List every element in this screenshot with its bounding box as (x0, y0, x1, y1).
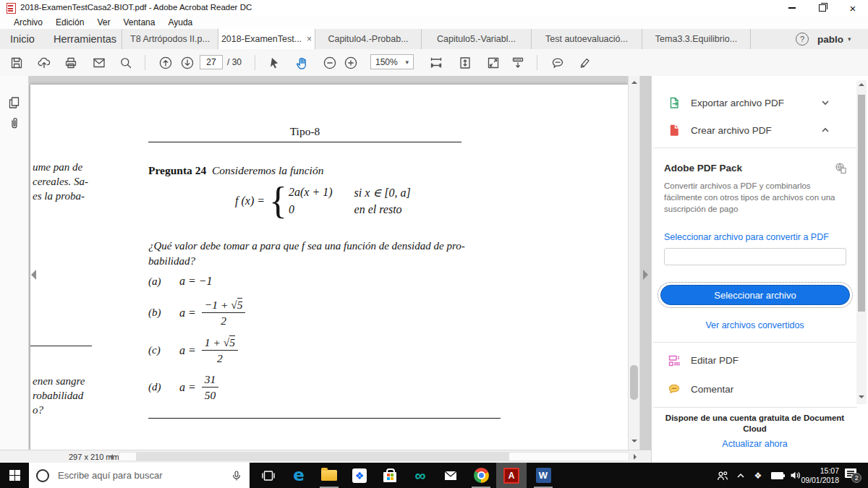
battery-tray-button[interactable] (768, 463, 786, 488)
cloud-upload-icon (37, 56, 51, 70)
dropbox-tray-button[interactable]: ❖ (751, 463, 765, 488)
chevron-up-icon[interactable] (821, 126, 830, 134)
panel-scroll-down-arrow[interactable] (859, 395, 864, 398)
task-view-button[interactable] (253, 463, 284, 488)
user-name: pablo (817, 34, 843, 45)
tab-inicio[interactable]: Inicio (10, 29, 35, 49)
acrobat-taskbar-button[interactable]: A (496, 463, 527, 488)
chrome-taskbar-button[interactable] (466, 463, 496, 488)
doc-tab-3[interactable]: Capitulo4.-Probab... (315, 29, 422, 49)
restore-button[interactable] (810, 0, 835, 16)
chevron-down-icon[interactable] (821, 98, 830, 107)
tab-herramientas[interactable]: Herramientas (54, 29, 116, 49)
doc-tab-label: Test autoevaluació... (545, 34, 628, 44)
doc-tab-2-active[interactable]: 2018-ExamenTest... × (218, 29, 315, 49)
export-pdf-row[interactable]: Exportar archivo PDF (652, 92, 854, 114)
create-pdf-row[interactable]: Crear archivo PDF (652, 119, 854, 141)
next-page-arrow[interactable] (643, 270, 648, 280)
mail-taskbar-button[interactable] (435, 463, 466, 488)
panel-scroll-thumb[interactable] (858, 95, 865, 312)
export-pdf-icon (668, 96, 681, 109)
action-center-button[interactable]: 2 (845, 468, 857, 479)
panel-scroll-up-arrow[interactable] (859, 83, 864, 86)
microphone-icon[interactable] (231, 469, 242, 482)
tray-time: 15:07 (796, 466, 839, 476)
view-converted-link[interactable]: Ver archivos convertidos (652, 320, 858, 330)
convert-file-link[interactable]: Seleccionar archivo para convertir a PDF (664, 232, 829, 242)
menu-ventana[interactable]: Ventana (116, 16, 161, 29)
piecewise-function: f (x) = { 2a(x + 1) si x ∈ [0, a] 0 en e… (235, 184, 411, 218)
previous-page-arrow[interactable] (31, 270, 36, 280)
search-input[interactable] (56, 469, 224, 481)
fullscreen-button[interactable] (484, 53, 503, 72)
zoom-out-button[interactable] (320, 53, 339, 72)
microsoft-store-button[interactable] (375, 463, 405, 488)
highlight-tool-button[interactable] (575, 53, 594, 72)
close-button[interactable]: × (841, 0, 865, 16)
start-button[interactable] (0, 463, 29, 488)
horizontal-scroll-thumb[interactable] (136, 452, 509, 461)
edge-taskbar-button[interactable]: e (284, 463, 314, 488)
edit-pdf-row[interactable]: Editar PDF (652, 349, 854, 371)
file-explorer-button[interactable] (314, 463, 344, 488)
hand-tool-button[interactable] (292, 53, 311, 72)
comment-tool-button[interactable] (548, 53, 567, 72)
hide-toolbar-button[interactable] (509, 53, 527, 72)
fit-width-button[interactable] (427, 53, 446, 72)
comment-row[interactable]: Comentar (652, 378, 854, 400)
vertical-scroll-thumb[interactable] (630, 365, 638, 400)
people-tray-button[interactable] (713, 463, 731, 488)
scroll-down-arrow[interactable] (631, 440, 637, 442)
office-infinity-button[interactable]: ∞ (405, 463, 435, 488)
next-page-button[interactable] (178, 53, 197, 72)
doc-tab-4[interactable]: Capitulo5.-Variabl... (422, 29, 532, 49)
zoom-level-dropdown[interactable]: 150% ▾ (370, 54, 414, 69)
attachments-button[interactable] (6, 114, 23, 132)
upload-cloud-button[interactable] (35, 53, 54, 72)
search-button[interactable] (116, 53, 135, 72)
doc-tab-5[interactable]: Test autoevaluació... (532, 29, 642, 49)
convert-file-input[interactable] (664, 248, 846, 265)
taskbar-search[interactable] (29, 463, 250, 488)
select-tool-button[interactable] (265, 53, 284, 72)
print-button[interactable] (61, 53, 80, 72)
comment-bubble-icon (550, 56, 565, 70)
taskbar-clock[interactable]: 15:07 09/01/2018 (796, 466, 839, 484)
people-icon (716, 470, 728, 481)
page-total-label: / 30 (227, 57, 242, 67)
menu-archivo[interactable]: Archivo (7, 16, 49, 29)
doc-tab-1[interactable]: T8 Artrópodos II.p... (122, 29, 218, 49)
vertical-scrollbar[interactable] (628, 76, 640, 450)
scroll-left-arrow[interactable] (110, 454, 113, 460)
doc-tab-6[interactable]: Tema3.3.Equilibrio... (642, 29, 751, 49)
menu-ver[interactable]: Ver (90, 16, 116, 29)
menu-bar: Archivo Edición Ver Ventana Ayuda (0, 16, 868, 29)
page-number-input[interactable] (200, 55, 223, 69)
zoom-in-icon (344, 56, 358, 70)
dropbox-taskbar-button[interactable]: ❖ (344, 463, 375, 488)
page-thumbnails-button[interactable] (6, 94, 23, 111)
upgrade-now-link[interactable]: Actualizar ahora (652, 439, 858, 449)
fit-page-button[interactable] (456, 53, 475, 72)
document-cloud-promo: Dispone de una cuenta gratuita de Docume… (659, 413, 851, 435)
tab-close-icon[interactable]: × (307, 35, 312, 43)
menu-edicion[interactable]: Edición (49, 16, 90, 29)
case-cond: en el resto (354, 203, 411, 216)
email-button[interactable] (90, 53, 109, 72)
word-taskbar-button[interactable]: W (528, 463, 558, 488)
scroll-up-arrow[interactable] (631, 81, 637, 84)
panel-scrollbar[interactable] (856, 80, 867, 404)
question-title: Pregunta 24 Consideremos la función (148, 164, 323, 177)
help-icon[interactable]: ? (796, 33, 809, 46)
tray-overflow-button[interactable] (733, 463, 748, 488)
menu-ayuda[interactable]: Ayuda (161, 16, 199, 29)
user-menu[interactable]: pablo ▾ (817, 29, 851, 49)
scroll-right-arrow[interactable] (634, 454, 637, 460)
select-file-button[interactable]: Seleccionar archivo (660, 285, 850, 305)
previous-page-button[interactable] (156, 53, 175, 72)
save-button[interactable] (7, 53, 26, 72)
pdf-rule-fragment (30, 346, 92, 346)
fit-width-icon (429, 56, 443, 70)
zoom-in-button[interactable] (341, 53, 360, 72)
minimize-button[interactable] (780, 0, 804, 16)
